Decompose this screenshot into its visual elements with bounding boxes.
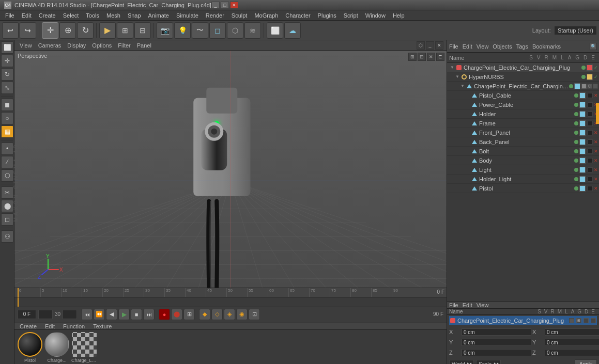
vp-ctrl-3[interactable]: ✕ bbox=[427, 53, 435, 61]
record-auto-btn[interactable]: ⬤ bbox=[171, 309, 182, 320]
scale-left-tool[interactable]: ⤡ bbox=[1, 82, 13, 94]
play-back-btn[interactable]: ◀ bbox=[106, 309, 117, 320]
menu-select[interactable]: Select bbox=[60, 11, 82, 20]
mat-menu-texture[interactable]: Texture bbox=[91, 323, 114, 329]
obj-row-hypernurbs[interactable]: ▼ HyperNURBS ✓ bbox=[447, 72, 599, 82]
material-item-charge[interactable]: Charge... bbox=[44, 332, 69, 363]
start-frame-input[interactable] bbox=[18, 310, 36, 319]
rotate-left-tool[interactable]: ↻ bbox=[1, 68, 13, 81]
key-btn5[interactable]: ⊡ bbox=[249, 309, 260, 320]
timeline-track[interactable] bbox=[14, 297, 447, 307]
tag-light[interactable] bbox=[588, 167, 593, 172]
obj-color-hypernurbs[interactable] bbox=[587, 74, 593, 80]
tag-1[interactable] bbox=[581, 84, 587, 89]
render-view-btn[interactable]: ⊞ bbox=[117, 22, 133, 39]
obj-color-pwr[interactable] bbox=[579, 102, 586, 108]
tag-bolt[interactable] bbox=[588, 149, 593, 154]
obj-row-holder-light[interactable]: Holder_Light ✕ bbox=[447, 175, 599, 184]
scale-tool[interactable]: ⊕ bbox=[59, 22, 76, 39]
obj-vis-bp[interactable] bbox=[574, 140, 578, 144]
obj-menu-tags[interactable]: Tags bbox=[516, 43, 528, 50]
obj-row-pistol[interactable]: Pistol ✕ bbox=[447, 184, 599, 193]
tag-pwr[interactable] bbox=[588, 102, 593, 107]
menu-tools[interactable]: Tools bbox=[83, 11, 102, 20]
play-btn[interactable]: ▶ bbox=[118, 309, 130, 320]
attr-menu-edit[interactable]: Edit bbox=[463, 302, 472, 308]
select-tool[interactable]: ⬜ bbox=[1, 41, 13, 54]
coord-sx-input[interactable] bbox=[545, 328, 599, 336]
coord-z-input[interactable] bbox=[462, 349, 531, 356]
obj-vis-body[interactable] bbox=[574, 159, 578, 163]
obj-row-pistol-cable[interactable]: Pistol_Cable ✕ bbox=[447, 91, 599, 100]
render-region-btn[interactable]: ⊟ bbox=[134, 22, 151, 39]
coord-world-select[interactable]: World bbox=[449, 360, 474, 364]
obj-color-holder[interactable] bbox=[579, 111, 586, 117]
fps2-input[interactable] bbox=[63, 310, 77, 319]
goto-start-btn[interactable]: ⏮ bbox=[81, 309, 93, 320]
obj-color-hl[interactable] bbox=[579, 176, 586, 182]
texture-mode[interactable]: ▦ bbox=[1, 125, 13, 138]
obj-vis-pc[interactable] bbox=[574, 93, 578, 98]
obj-vis-cg[interactable] bbox=[569, 84, 573, 88]
menu-help[interactable]: Help bbox=[390, 11, 408, 20]
viewport-canvas[interactable]: Perspective ⊞ ⊟ ✕ ⊏ bbox=[14, 51, 447, 288]
material-item-pistol[interactable]: Pistol bbox=[18, 332, 42, 363]
record-sel-btn[interactable]: ⊞ bbox=[183, 309, 195, 320]
obj-search-icon[interactable]: 🔍 bbox=[590, 43, 597, 50]
key-btn3[interactable]: ◈ bbox=[224, 309, 235, 320]
menu-file[interactable]: File bbox=[2, 11, 18, 20]
obj-color-body[interactable] bbox=[579, 157, 586, 164]
fps-input[interactable] bbox=[38, 310, 53, 319]
paint-tool[interactable]: ◻ bbox=[1, 213, 13, 226]
tag-body[interactable] bbox=[588, 158, 593, 163]
undo-tool[interactable]: ↩ bbox=[2, 22, 19, 39]
record-btn[interactable]: ● bbox=[159, 309, 170, 320]
obj-vis-light[interactable] bbox=[574, 168, 578, 172]
menu-simulate[interactable]: Simulate bbox=[173, 11, 202, 20]
menu-sculpt[interactable]: Sculpt bbox=[228, 11, 251, 20]
obj-row-power-cable[interactable]: Power_Cable ✕ bbox=[447, 100, 599, 109]
mat-menu-edit[interactable]: Edit bbox=[43, 323, 57, 329]
coord-sy-input[interactable] bbox=[545, 339, 599, 346]
step-back-btn[interactable]: ⏪ bbox=[94, 309, 105, 320]
obj-vis-holder[interactable] bbox=[574, 112, 578, 116]
obj-menu-objects[interactable]: Objects bbox=[493, 43, 512, 50]
obj-vis-fp[interactable] bbox=[574, 131, 578, 135]
move-tool[interactable]: ✛ bbox=[42, 22, 58, 39]
obj-row-light[interactable]: Light ✕ bbox=[447, 165, 599, 175]
obj-menu-view[interactable]: View bbox=[477, 43, 489, 50]
coord-y-input[interactable] bbox=[462, 339, 531, 346]
attr-tag-2[interactable]: ⊞ bbox=[576, 318, 581, 323]
obj-color-pistol[interactable] bbox=[579, 185, 586, 192]
key-btn1[interactable]: ◆ bbox=[199, 309, 210, 320]
sky-btn[interactable]: ☁ bbox=[284, 22, 301, 39]
menu-character[interactable]: Character bbox=[282, 11, 313, 20]
obj-vis-pwr[interactable] bbox=[574, 103, 578, 107]
layout-value[interactable]: Startup (User) bbox=[554, 26, 597, 35]
edges-mode[interactable]: ∕ bbox=[1, 156, 13, 168]
obj-color-bp[interactable] bbox=[579, 139, 586, 145]
menu-animate[interactable]: Animate bbox=[145, 11, 172, 20]
coord-sz-input[interactable] bbox=[545, 349, 599, 356]
attr-tag-4[interactable] bbox=[591, 318, 596, 323]
attr-menu-file[interactable]: File bbox=[449, 302, 458, 308]
obj-menu-edit[interactable]: Edit bbox=[463, 43, 472, 50]
points-mode[interactable]: • bbox=[1, 143, 13, 155]
mat-menu-function[interactable]: Function bbox=[61, 323, 87, 329]
obj-row-frame[interactable]: Frame ✕ bbox=[447, 119, 599, 128]
vp-ctrl-4[interactable]: ⊏ bbox=[436, 53, 444, 61]
timeline-playhead[interactable] bbox=[18, 288, 19, 297]
obj-color-bolt[interactable] bbox=[579, 148, 586, 154]
obj-vis-hl[interactable] bbox=[574, 177, 578, 181]
close-button[interactable]: ✕ bbox=[230, 2, 238, 9]
key-btn4[interactable]: ◉ bbox=[236, 309, 248, 320]
tag-pistol[interactable] bbox=[588, 186, 593, 191]
polys-mode[interactable]: ⬡ bbox=[1, 169, 13, 182]
vp-menu-display[interactable]: Display bbox=[65, 42, 88, 49]
tag-holder[interactable] bbox=[588, 112, 593, 117]
attr-selected-obj[interactable]: ChargePoint_Electric_Car_Charging_Plug ⊞ bbox=[449, 316, 597, 325]
obj-color-light[interactable] bbox=[579, 167, 586, 173]
timeline-ruler[interactable]: 0 5 10 15 20 25 30 35 40 45 50 55 60 65 … bbox=[14, 288, 447, 297]
tag-frame[interactable] bbox=[588, 121, 593, 126]
floor-btn[interactable]: ⬜ bbox=[267, 22, 283, 39]
